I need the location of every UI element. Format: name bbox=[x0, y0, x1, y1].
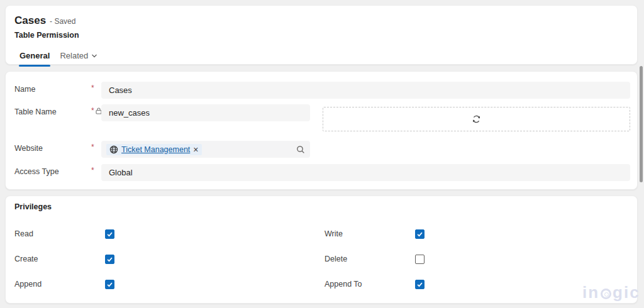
read-label: Read bbox=[14, 229, 105, 238]
write-checkbox[interactable] bbox=[415, 229, 425, 239]
tab-related[interactable]: Related bbox=[55, 48, 103, 67]
privileges-section-title: Privileges bbox=[14, 202, 52, 211]
privilege-row-append-to: Append To bbox=[325, 278, 626, 290]
privilege-row-read: Read bbox=[14, 228, 316, 240]
access-type-label: Access Type bbox=[14, 167, 59, 176]
form-tabs: General Related bbox=[14, 48, 103, 67]
privilege-row-write: Write bbox=[325, 228, 626, 240]
write-label: Write bbox=[325, 229, 415, 238]
field-row-access-type: Access Type * Global bbox=[6, 164, 637, 181]
table-name-input[interactable]: new_cases bbox=[101, 104, 310, 121]
inogic-logo-icon bbox=[601, 289, 611, 299]
record-header-card: Cases- Saved Table Permission General Re… bbox=[5, 5, 638, 65]
record-save-status: - Saved bbox=[50, 17, 75, 26]
record-title: Cases bbox=[14, 14, 46, 26]
website-lookup-field[interactable]: Ticket Management × bbox=[101, 141, 310, 158]
website-selected-chip: Ticket Management × bbox=[106, 144, 202, 155]
tab-general-label: General bbox=[19, 51, 50, 60]
append-to-label: Append To bbox=[325, 280, 415, 289]
name-input[interactable]: Cases bbox=[101, 82, 630, 99]
globe-icon bbox=[109, 145, 118, 154]
website-label: Website bbox=[14, 144, 43, 153]
website-record-link[interactable]: Ticket Management bbox=[121, 145, 190, 154]
table-name-label: Table Name bbox=[14, 107, 57, 116]
watermark-suffix: gic bbox=[613, 283, 640, 302]
record-title-row: Cases- Saved bbox=[14, 14, 75, 27]
name-value: Cases bbox=[109, 85, 132, 95]
tab-general[interactable]: General bbox=[14, 48, 55, 67]
create-checkbox[interactable] bbox=[105, 255, 114, 264]
vertical-scrollbar-thumb[interactable] bbox=[640, 66, 643, 182]
privilege-row-append: Append bbox=[14, 278, 316, 290]
append-to-checkbox[interactable] bbox=[415, 280, 425, 289]
privilege-row-delete: Delete bbox=[325, 253, 626, 265]
append-checkbox[interactable] bbox=[105, 280, 114, 289]
read-checkbox[interactable] bbox=[105, 229, 114, 239]
entity-type-label: Table Permission bbox=[14, 31, 79, 40]
name-label: Name bbox=[14, 85, 35, 94]
field-row-website: Website * Ticket Management × bbox=[6, 141, 637, 158]
delete-label: Delete bbox=[325, 255, 415, 263]
privilege-row-create: Create bbox=[14, 253, 316, 265]
watermark-prefix: in bbox=[582, 283, 599, 302]
search-icon[interactable] bbox=[296, 145, 305, 154]
access-type-input[interactable]: Global bbox=[101, 164, 630, 181]
delete-checkbox[interactable] bbox=[415, 255, 425, 264]
refresh-icon[interactable] bbox=[472, 114, 481, 124]
field-row-name: Name * Cases bbox=[6, 82, 637, 99]
general-form-card: Name * Cases Table Name * new_cases bbox=[5, 71, 638, 190]
refresh-panel[interactable] bbox=[323, 107, 630, 131]
append-label: Append bbox=[14, 280, 105, 289]
create-label: Create bbox=[14, 255, 105, 263]
table-name-value: new_cases bbox=[109, 108, 150, 118]
tab-related-label: Related bbox=[60, 51, 88, 60]
privileges-card: Privileges Read Create Append Write Dele… bbox=[5, 195, 638, 304]
access-type-value: Global bbox=[109, 168, 133, 177]
chevron-down-icon bbox=[91, 53, 97, 59]
field-row-table-name: Table Name * new_cases bbox=[6, 104, 637, 131]
inogic-watermark: ingic bbox=[582, 283, 640, 302]
remove-selection-icon[interactable]: × bbox=[193, 145, 198, 154]
